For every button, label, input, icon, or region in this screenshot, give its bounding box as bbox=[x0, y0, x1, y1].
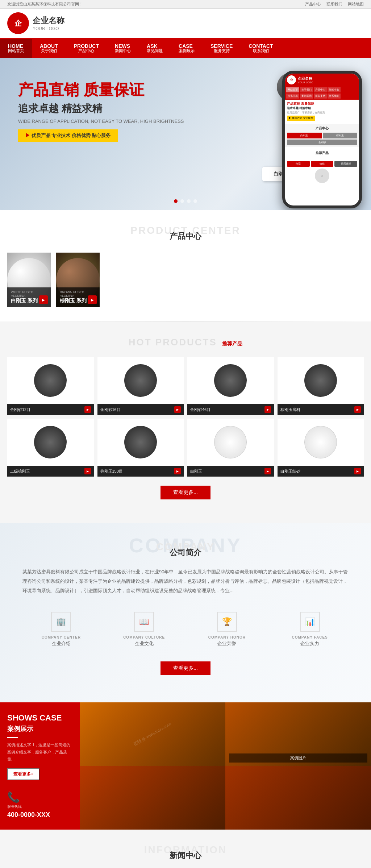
company-icon-1[interactable]: 📖 COMPANY CULTURE 企业文化 bbox=[105, 606, 183, 652]
hot-products-title: HOT PRODUCTS 推荐产品 bbox=[7, 337, 364, 348]
nav-item-service[interactable]: SERVICE 服务支持 bbox=[203, 39, 241, 58]
nav-item-product[interactable]: PRODUCT 产品中心 bbox=[66, 39, 107, 58]
nav-item-ask[interactable]: ASK 常见问题 bbox=[139, 39, 171, 58]
product-item-white[interactable]: WHITE FUSED ALUMINA 白刚玉 系列 ▶ bbox=[7, 253, 51, 307]
contact-link[interactable]: 联系我们 bbox=[326, 1, 342, 7]
company-name-en: YOUR LOGO bbox=[33, 26, 64, 31]
case-img-3[interactable] bbox=[80, 766, 225, 830]
nav-link-home[interactable]: HOME 网站首页 bbox=[0, 39, 32, 58]
case-images: 图怪兽 www.tups.com 案例图片 bbox=[80, 702, 371, 830]
hot-play-2[interactable]: ▶ bbox=[264, 406, 271, 413]
nav-item-about[interactable]: ABOUT 关于我们 bbox=[32, 39, 66, 58]
company-icons: 🏢 COMPANY CENTER 企业介绍 📖 COMPANY CULTURE … bbox=[22, 606, 349, 652]
hero-btn[interactable]: 优质产品 专业技术 价格优势 贴心服务 bbox=[18, 129, 118, 142]
product-center-title: PRODUCT CENTER 产品中心 bbox=[7, 225, 364, 242]
hero-title: 产品直销 质量保证 bbox=[18, 80, 184, 100]
product-center-section: PRODUCT CENTER 产品中心 WHITE FUSED ALUMINA … bbox=[0, 210, 371, 321]
sitemap-link[interactable]: 网站地图 bbox=[348, 1, 364, 7]
nav-link-ask[interactable]: ASK 常见问题 bbox=[139, 39, 171, 58]
case-img-2[interactable]: 案例图片 bbox=[225, 702, 371, 766]
logo-icon: 企 bbox=[7, 12, 29, 34]
product-play-white[interactable]: ▶ bbox=[39, 295, 48, 304]
product-play-brown[interactable]: ▶ bbox=[88, 295, 97, 304]
company-icon-2[interactable]: 🏆 COMPANY HONOR 企业荣誉 bbox=[188, 606, 266, 652]
case-more-btn[interactable]: 查看更多+ bbox=[7, 768, 39, 780]
hero-dot-1[interactable] bbox=[174, 199, 178, 203]
hot-play-5[interactable]: ▶ bbox=[174, 468, 181, 474]
case-dash bbox=[7, 737, 18, 738]
hero-dot-2[interactable] bbox=[180, 199, 184, 203]
nav-link-service[interactable]: SERVICE 服务支持 bbox=[203, 39, 241, 58]
hot-products-more-btn[interactable]: 查看更多... bbox=[161, 486, 210, 499]
hero-banner: 产品直销 质量保证 追求卓越 精益求精 WIDE RANGE OF APPLIC… bbox=[0, 58, 371, 210]
product-grid: WHITE FUSED ALUMINA 白刚玉 系列 ▶ BROWN FUSED… bbox=[7, 253, 100, 307]
hot-products-grid: 金刚砂12目 ▶ 金刚砂16目 ▶ 金刚砂46目 ▶ 棕刚玉磨料 ▶ bbox=[7, 357, 364, 477]
top-bar-links: 产品中心 联系我们 网站地图 bbox=[305, 1, 364, 7]
hot-item-5[interactable]: 棕刚玉150目 ▶ bbox=[97, 419, 184, 477]
nav-link-contact[interactable]: CONTACT 联系我们 bbox=[241, 39, 281, 58]
hot-play-0[interactable]: ▶ bbox=[84, 406, 91, 413]
hot-products-more-wrap: 查看更多... bbox=[7, 486, 364, 499]
trophy-icon: 🏆 bbox=[217, 612, 237, 632]
case-img-4[interactable] bbox=[225, 766, 371, 830]
company-more-btn[interactable]: 查看更多... bbox=[161, 661, 210, 675]
phone-logo: 企 bbox=[287, 75, 296, 84]
product-item-brown[interactable]: BROWN FUSED ALUMINA 棕刚玉 系列 ▶ bbox=[56, 253, 100, 307]
news-section: INFORMATION 新闻中心 新闻中心 常见问题 MORE+ 02-05 2… bbox=[0, 830, 371, 868]
nav-link-product[interactable]: PRODUCT 产品中心 bbox=[66, 39, 107, 58]
hot-item-3[interactable]: 棕刚玉磨料 ▶ bbox=[278, 357, 364, 415]
case-section: SHOWS CASE 案例展示 案例描述文字 1，这里是一些简短的案例介绍文字，… bbox=[0, 702, 371, 830]
hot-item-2[interactable]: 金刚砂46目 ▶ bbox=[187, 357, 274, 415]
company-title: COMPANY 公司简介 bbox=[22, 541, 349, 558]
company-icon-3[interactable]: 📊 COMPANY FACES 企业实力 bbox=[271, 606, 349, 652]
hot-play-7[interactable]: ▶ bbox=[354, 468, 361, 474]
hot-products-section: HOT PRODUCTS 推荐产品 金刚砂12目 ▶ 金刚砂16目 ▶ 金刚砂4… bbox=[0, 322, 371, 523]
hero-dots bbox=[174, 199, 197, 203]
phone-icon: 📞 bbox=[7, 791, 72, 803]
top-bar: 欢迎浏览山东某某环保科技有限公司官网！ 产品中心 联系我们 网站地图 bbox=[0, 0, 371, 9]
hot-item-6[interactable]: 白刚玉 ▶ bbox=[187, 419, 274, 477]
nav-item-home[interactable]: HOME 网站首页 bbox=[0, 39, 32, 58]
hot-item-0[interactable]: 金刚砂12目 ▶ bbox=[7, 357, 94, 415]
main-nav: HOME 网站首页 ABOUT 关于我们 PRODUCT 产品中心 NEWS 新… bbox=[0, 39, 371, 58]
case-left: SHOWS CASE 案例展示 案例描述文字 1，这里是一些简短的案例介绍文字，… bbox=[0, 702, 80, 830]
news-title: INFORMATION 新闻中心 bbox=[7, 844, 364, 861]
nav-link-case[interactable]: CASE 案例展示 bbox=[171, 39, 203, 58]
hot-item-1[interactable]: 金刚砂16目 ▶ bbox=[97, 357, 184, 415]
hot-play-1[interactable]: ▶ bbox=[174, 406, 181, 413]
company-name: 企业名称 bbox=[33, 15, 64, 26]
nav-link-about[interactable]: ABOUT 关于我们 bbox=[32, 39, 66, 58]
nav-link-news[interactable]: NEWS 新闻中心 bbox=[107, 39, 139, 58]
case-desc: 案例描述文字 1，这里是一些简短的案例介绍文字，服务客户，产品质量... bbox=[7, 742, 72, 763]
logo-text: 企业名称 YOUR LOGO bbox=[33, 15, 64, 31]
chart-icon: 📊 bbox=[300, 612, 320, 632]
building-icon: 🏢 bbox=[51, 612, 71, 632]
case-phone: 📞 服务热线 400-0000-XXX bbox=[7, 791, 72, 819]
nav-item-news[interactable]: NEWS 新闻中心 bbox=[107, 39, 139, 58]
company-icon-0[interactable]: 🏢 COMPANY CENTER 企业介绍 bbox=[22, 606, 100, 652]
hot-item-7[interactable]: 白刚玉细砂 ▶ bbox=[278, 419, 364, 477]
hot-play-4[interactable]: ▶ bbox=[84, 468, 91, 474]
logo-area: 企 企业名称 YOUR LOGO bbox=[7, 12, 64, 34]
hero-subtitle: 追求卓越 精益求精 bbox=[18, 102, 184, 116]
hero-dot-4[interactable] bbox=[193, 199, 197, 203]
book-icon: 📖 bbox=[134, 612, 154, 632]
company-intro-section: COMPANY COMPANY 公司简介 某某方达磨具磨料有限公司成立于中国品牌… bbox=[0, 523, 371, 702]
hot-play-6[interactable]: ▶ bbox=[264, 468, 271, 474]
hero-content: 产品直销 质量保证 追求卓越 精益求精 WIDE RANGE OF APPLIC… bbox=[18, 80, 184, 142]
nav-item-contact[interactable]: CONTACT 联系我们 bbox=[241, 39, 281, 58]
hero-desc: WIDE RANGE OF APPLICATION, NOT EASY TO W… bbox=[18, 119, 184, 124]
header: 企 企业名称 YOUR LOGO bbox=[0, 9, 371, 39]
product-center-link[interactable]: 产品中心 bbox=[305, 1, 321, 7]
nav-item-case[interactable]: CASE 案例展示 bbox=[171, 39, 203, 58]
hot-play-3[interactable]: ▶ bbox=[354, 406, 361, 413]
hero-dot-3[interactable] bbox=[187, 199, 191, 203]
hot-item-4[interactable]: 二级棕刚玉 ▶ bbox=[7, 419, 94, 477]
company-desc: 某某方达磨具磨料有限公司成立于中国品牌战略设计行业，在行业90年中，至今已发展为… bbox=[22, 567, 349, 595]
announcement: 欢迎浏览山东某某环保科技有限公司官网！ bbox=[7, 1, 83, 7]
company-more-wrap: 查看更多... bbox=[22, 661, 349, 675]
case-img-1[interactable]: 图怪兽 www.tups.com bbox=[80, 702, 225, 766]
